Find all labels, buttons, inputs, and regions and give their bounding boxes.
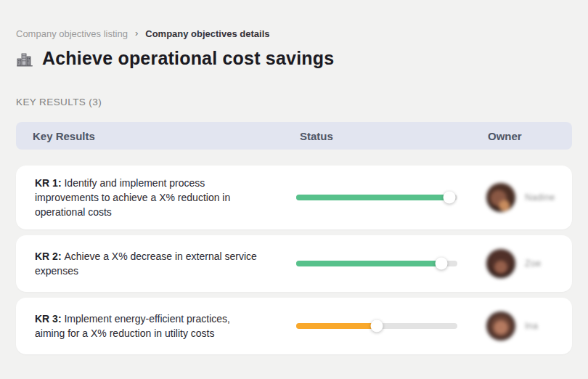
key-result-text: KR 2: Achieve a X% decrease in external … (16, 239, 296, 288)
breadcrumb-company-objectives-details: Company objectives details (145, 28, 269, 39)
page: Company objectives listing › Company obj… (0, 0, 588, 379)
key-results-section-label: KEY RESULTS (3) (16, 97, 102, 107)
page-title: Achieve operational cost savings (42, 48, 334, 69)
table-body: KR 1: Identify and implement process imp… (16, 166, 572, 354)
kr-description: Implement energy-efficient practices, ai… (35, 313, 230, 339)
status-cell (296, 258, 473, 270)
key-result-text: KR 1: Identify and implement process imp… (16, 166, 296, 229)
kr-label: KR 3: (35, 313, 64, 325)
avatar (486, 183, 515, 212)
progress-slider[interactable] (296, 192, 457, 204)
table-row[interactable]: KR 3: Implement energy-efficient practic… (16, 298, 572, 354)
key-results-table: Key Results Status Owner KR 1: Identify … (16, 122, 572, 354)
column-header-key-results: Key Results (16, 130, 296, 142)
owner-cell: Ina (473, 311, 572, 341)
column-header-status: Status (296, 130, 473, 142)
table-row[interactable]: KR 1: Identify and implement process imp… (16, 166, 572, 229)
slider-thumb[interactable] (371, 320, 383, 333)
owner-cell: Nadine (473, 183, 572, 212)
key-result-text: KR 3: Implement energy-efficient practic… (16, 301, 296, 351)
kr-description: Identify and implement process improveme… (35, 177, 230, 218)
slider-thumb[interactable] (435, 258, 447, 270)
city-buildings-icon (16, 50, 33, 68)
page-header: Achieve operational cost savings (16, 48, 334, 69)
kr-label: KR 2: (35, 250, 64, 262)
avatar (486, 311, 515, 341)
progress-slider[interactable] (296, 258, 457, 270)
owner-name: Ina (525, 321, 538, 331)
slider-fill (296, 323, 377, 329)
column-header-owner: Owner (473, 130, 572, 142)
slider-fill (296, 261, 441, 266)
chevron-right-icon: › (135, 28, 138, 38)
slider-fill (296, 195, 449, 200)
table-header-row: Key Results Status Owner (16, 122, 572, 150)
kr-label: KR 1: (35, 177, 64, 189)
breadcrumb-company-objectives-listing[interactable]: Company objectives listing (16, 28, 128, 39)
avatar (486, 249, 515, 278)
owner-name: Nadine (525, 192, 555, 203)
progress-slider[interactable] (296, 320, 457, 333)
status-cell (296, 192, 473, 204)
owner-cell: Zoe (473, 249, 572, 278)
owner-name: Zoe (525, 258, 541, 269)
slider-thumb[interactable] (443, 192, 455, 204)
breadcrumb: Company objectives listing › Company obj… (16, 28, 269, 39)
table-row[interactable]: KR 2: Achieve a X% decrease in external … (16, 235, 572, 292)
status-cell (296, 320, 473, 333)
kr-description: Achieve a X% decrease in external servic… (35, 250, 257, 277)
